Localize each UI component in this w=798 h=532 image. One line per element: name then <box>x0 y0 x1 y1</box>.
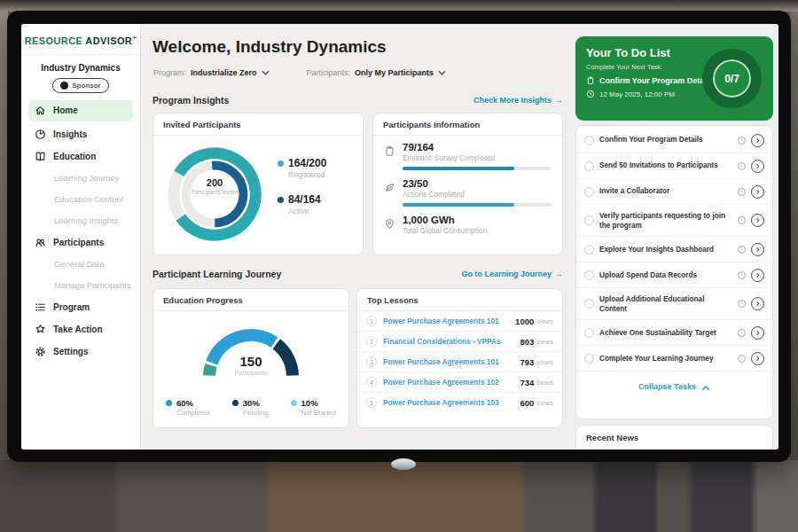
task-chevron-button[interactable] <box>751 243 764 256</box>
task-chevron-button[interactable] <box>751 185 764 199</box>
info-icon[interactable] <box>738 355 746 363</box>
task-checkbox[interactable] <box>584 328 594 338</box>
link-label: Check More Insights <box>473 96 552 105</box>
logo-word2: ADVISOR <box>85 35 132 46</box>
chevron-down-icon[interactable] <box>438 70 446 75</box>
task-checkbox[interactable] <box>584 161 594 171</box>
lesson-row: 3 Power Purchase Agreements 101 793 view… <box>357 352 562 372</box>
todo-tasks-card: Confirm Your Program Details Send 50 Inv… <box>575 125 773 419</box>
task-label[interactable]: Upload Spend Data Records <box>599 270 732 280</box>
info-icon[interactable] <box>738 271 746 279</box>
arrow-right-icon: → <box>555 96 563 105</box>
sidebar-item-manage-participants[interactable]: Manage Participants <box>21 275 140 296</box>
lesson-link[interactable]: Power Purchase Agreements 103 <box>383 398 520 407</box>
participants-filter-value[interactable]: Only My Participants <box>355 68 434 77</box>
task-checkbox[interactable] <box>584 215 594 225</box>
views-suffix: views <box>536 338 553 346</box>
sidebar-item-education[interactable]: Education <box>21 145 140 168</box>
recent-news-card: Recent News <box>575 425 773 450</box>
task-label[interactable]: Explore Your Insights Dashboard <box>599 245 732 254</box>
task-checkbox[interactable] <box>584 270 594 280</box>
participants-information-card: Participants Information 79/164 Emission… <box>372 113 563 255</box>
donut-center-value: 200 <box>188 177 241 188</box>
program-filter-value[interactable]: Industrialize Zero <box>191 68 257 77</box>
sidebar-item-settings[interactable]: Settings <box>21 340 140 363</box>
rank-badge: 4 <box>366 377 377 387</box>
task-checkbox[interactable] <box>584 354 594 364</box>
progress-fill <box>403 167 514 170</box>
info-icon[interactable] <box>738 300 746 308</box>
lesson-row: 1 Power Purchase Agreements 101 1000 vie… <box>357 311 562 332</box>
check-more-insights-link[interactable]: Check More Insights→ <box>473 96 563 105</box>
sidebar-item-education-content[interactable]: Education Content <box>21 189 140 210</box>
gear-icon <box>35 346 46 357</box>
task-row: Complete Your Learning Journey <box>576 346 772 372</box>
views-suffix: views <box>536 317 553 325</box>
gauge-center-value: 150 <box>184 354 317 369</box>
task-checkbox[interactable] <box>584 245 594 254</box>
task-checkbox[interactable] <box>584 299 594 309</box>
task-checkbox[interactable] <box>584 136 594 145</box>
rank-badge: 5 <box>366 397 377 408</box>
task-label[interactable]: Send 50 Invitations to Participants <box>599 160 732 170</box>
donut-center: 200 Participants Invited <box>188 177 241 196</box>
task-label[interactable]: Upload Additional Educational Content <box>599 294 732 314</box>
task-checkbox[interactable] <box>584 187 594 197</box>
task-label[interactable]: Confirm Your Program Details <box>599 135 732 145</box>
sidebar-item-learning-journey[interactable]: Learning Journey <box>21 168 140 189</box>
sidebar-item-insights[interactable]: Insights <box>21 123 140 145</box>
learning-journey-header: Participant Learning Journey Go to Learn… <box>153 269 563 279</box>
lesson-link[interactable]: Financial Considerations - VPPAs <box>383 337 520 346</box>
sidebar-item-label: Education <box>53 152 96 161</box>
program-filter-label: Program: <box>153 68 186 77</box>
sidebar-item-take-action[interactable]: Take Action <box>21 318 140 340</box>
lesson-link[interactable]: Power Purchase Agreements 101 <box>383 317 515 325</box>
info-icon[interactable] <box>738 188 746 196</box>
monitor-power-button[interactable] <box>391 458 416 470</box>
sponsor-label: Sponsor <box>72 82 100 90</box>
sidebar-item-participants[interactable]: Participants <box>21 231 140 254</box>
task-chevron-button[interactable] <box>751 160 764 173</box>
sidebar-subitem-label: General Data <box>54 259 105 269</box>
pending-dot-icon <box>232 400 239 406</box>
sidebar-item-learning-insights[interactable]: Learning Insights <box>21 210 140 231</box>
invited-participants-card: Invited Participants 200 Participants In… <box>153 113 364 255</box>
go-to-learning-journey-link[interactable]: Go to Learning Journey→ <box>461 270 563 278</box>
sidebar-item-label: Settings <box>53 347 88 356</box>
info-icon[interactable] <box>738 137 746 145</box>
sidebar-item-program[interactable]: Program <box>21 296 140 318</box>
todo-summary-card: Your To Do List Complete Your Next Task:… <box>575 36 773 121</box>
lesson-row: 2 Financial Considerations - VPPAs 803 v… <box>357 332 562 352</box>
info-icon[interactable] <box>738 216 746 224</box>
lesson-row: 4 Power Purchase Agreements 102 734 view… <box>357 372 562 393</box>
donut-center-label: Participants Invited <box>188 189 241 196</box>
location-pin-icon <box>384 217 395 229</box>
legend-label: Completed <box>176 409 210 417</box>
task-label[interactable]: Invite a Collaborator <box>599 186 732 196</box>
task-label[interactable]: Verify participants requesting to join t… <box>599 211 732 231</box>
chevron-down-icon[interactable] <box>262 70 270 75</box>
desk-background <box>0 460 798 532</box>
info-icon[interactable] <box>738 162 746 170</box>
collapse-tasks-link[interactable]: Collapse Tasks <box>576 372 772 398</box>
info-icon[interactable] <box>738 329 746 337</box>
info-icon[interactable] <box>738 246 746 254</box>
lesson-link[interactable]: Power Purchase Agreements 102 <box>383 378 520 387</box>
task-chevron-button[interactable] <box>751 352 764 365</box>
legend-item: 10% Not Started <box>291 398 336 417</box>
task-chevron-button[interactable] <box>751 297 764 310</box>
task-label[interactable]: Achieve One Sustainability Target <box>599 328 732 338</box>
task-chevron-button[interactable] <box>751 134 764 147</box>
gauge-center-label: Participants <box>184 370 317 376</box>
task-chevron-button[interactable] <box>751 269 764 282</box>
sidebar-item-home[interactable]: Home <box>28 100 133 121</box>
task-chevron-button[interactable] <box>751 214 764 227</box>
participants-icon <box>35 237 46 248</box>
lesson-link[interactable]: Power Purchase Agreements 101 <box>383 357 520 366</box>
sidebar-item-general-data[interactable]: General Data <box>21 254 140 275</box>
task-label[interactable]: Complete Your Learning Journey <box>599 354 732 364</box>
task-chevron-button[interactable] <box>751 326 764 340</box>
lesson-views: 1000 <box>515 317 534 326</box>
invited-participants-donut: 200 Participants Invited <box>162 142 267 246</box>
stat-label: Actions Completed <box>403 190 552 199</box>
